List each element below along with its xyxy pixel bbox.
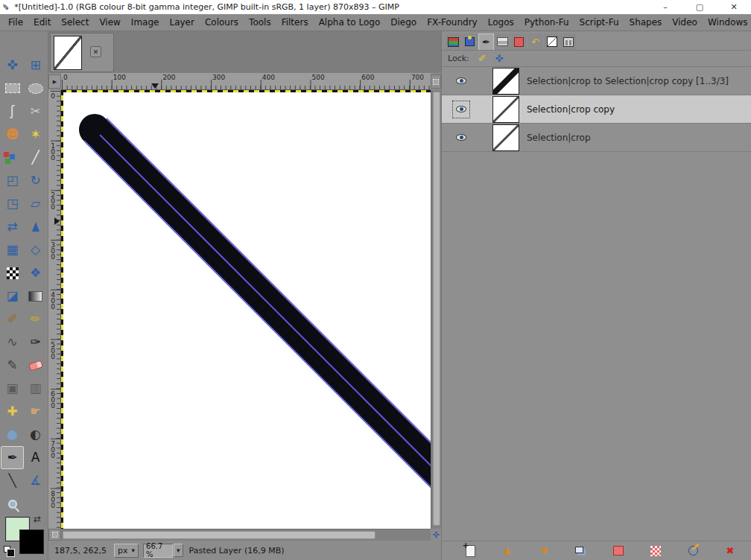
- tool-heal[interactable]: ✚: [1, 400, 24, 423]
- menu-layer[interactable]: Layer: [164, 17, 199, 28]
- menu-edit[interactable]: Edit: [28, 17, 56, 28]
- button-new-path[interactable]: [461, 544, 479, 559]
- menu-windows[interactable]: Windows: [703, 17, 751, 28]
- tool-rectangle-select[interactable]: [1, 77, 24, 100]
- menu-image[interactable]: Image: [126, 17, 165, 28]
- tool-perspective-clone[interactable]: ▥: [24, 377, 47, 400]
- default-colors-button[interactable]: [4, 546, 10, 553]
- visibility-toggle[interactable]: [452, 129, 470, 147]
- tool-blur-sharpen[interactable]: ●: [1, 423, 24, 446]
- tool-eraser[interactable]: [24, 354, 47, 377]
- navigation-button[interactable]: ✜: [431, 529, 441, 541]
- menu-tools[interactable]: Tools: [244, 17, 276, 28]
- tool-ink[interactable]: ✑: [24, 331, 47, 354]
- menu-file[interactable]: File: [3, 17, 28, 28]
- menu-alpha-to-logo[interactable]: Alpha to Logo: [314, 17, 386, 28]
- tool-select-by-color[interactable]: [1, 146, 24, 169]
- tool-pencil[interactable]: ✏: [24, 308, 47, 331]
- tool-shear[interactable]: ▱: [24, 192, 47, 215]
- menu-script-fu[interactable]: Script-Fu: [574, 17, 624, 28]
- path-row[interactable]: Selection|crop: [442, 124, 751, 152]
- tool-cage-transform[interactable]: ◇: [24, 238, 47, 261]
- dock-tab-paths[interactable]: ✒: [478, 34, 494, 50]
- tool-gradient[interactable]: [24, 284, 47, 308]
- tool-bucket-fill[interactable]: ◪: [1, 284, 24, 308]
- dock-tab-layers-alt[interactable]: [495, 34, 510, 50]
- tool-dodge-burn[interactable]: ◐: [24, 423, 47, 446]
- tool-warp-transform[interactable]: [1, 261, 24, 284]
- zoom-level-input[interactable]: 66.7 %: [143, 544, 173, 558]
- tool-free-select[interactable]: ʃ: [1, 100, 24, 123]
- tool-move[interactable]: ✜: [1, 54, 24, 77]
- maximize-button[interactable]: ▢: [682, 0, 717, 14]
- menu-colours[interactable]: Colours: [200, 17, 244, 28]
- vertical-scrollbar-thumb[interactable]: [433, 92, 440, 526]
- tool-paths[interactable]: ✒: [1, 446, 24, 469]
- visibility-toggle[interactable]: [452, 72, 470, 90]
- image-tab[interactable]: ✕: [50, 33, 114, 72]
- tool-mypaint-brush[interactable]: ✎: [1, 354, 24, 377]
- tool-smudge[interactable]: ☛: [24, 400, 47, 423]
- menu-diego[interactable]: Diego: [385, 17, 422, 28]
- menu-filters[interactable]: Filters: [276, 17, 314, 28]
- tool-transform-3d[interactable]: ▦: [1, 238, 24, 261]
- dock-tab-image-thumb[interactable]: [544, 34, 560, 50]
- lock-position-button[interactable]: ✜: [495, 53, 504, 64]
- tool-rotate[interactable]: ↻: [24, 169, 47, 192]
- horizontal-scrollbar-thumb[interactable]: [63, 531, 376, 539]
- vertical-ruler[interactable]: 0100200300400500600700800: [48, 90, 61, 529]
- zoom-follow-window-button[interactable]: [431, 74, 441, 89]
- horizontal-ruler[interactable]: 0100200300400500600700: [61, 73, 431, 90]
- minimize-button[interactable]: –: [648, 0, 682, 14]
- button-raise-path[interactable]: ▲: [498, 544, 516, 559]
- dock-tab-dialog[interactable]: [560, 34, 576, 50]
- tool-scissors-select[interactable]: ✂: [24, 100, 47, 123]
- dock-tab-selection[interactable]: [511, 34, 527, 50]
- tool-airbrush[interactable]: ∿: [1, 331, 24, 354]
- tool-ellipse-select[interactable]: [24, 77, 47, 100]
- canvas[interactable]: [61, 90, 431, 529]
- menu-fx-foundry[interactable]: FX-Foundry: [422, 17, 483, 28]
- quick-mask-button[interactable]: [48, 529, 61, 541]
- button-lower-path[interactable]: ▼: [536, 544, 554, 559]
- tool-clone[interactable]: ▣: [1, 377, 24, 400]
- path-row[interactable]: Selection|crop copy: [442, 95, 751, 124]
- menu-python-fu[interactable]: Python-Fu: [519, 17, 574, 28]
- dock-tab-layers[interactable]: [446, 34, 461, 50]
- tool-zoom[interactable]: [1, 492, 24, 515]
- menu-view[interactable]: View: [94, 17, 125, 28]
- tool-fuzzy-select[interactable]: ✶: [24, 123, 47, 146]
- tool-unified-transform[interactable]: ◰: [1, 169, 24, 192]
- zoom-select-arrow[interactable]: ▾: [174, 544, 183, 557]
- tool-text[interactable]: A: [24, 446, 47, 469]
- vertical-scrollbar[interactable]: [431, 90, 441, 529]
- button-delete-path[interactable]: ✖: [721, 544, 739, 559]
- swap-colors-button[interactable]: ⇄: [34, 514, 41, 524]
- button-duplicate-path[interactable]: [573, 544, 591, 559]
- tool-paintbrush[interactable]: ✐: [1, 308, 24, 331]
- lock-strokes-button[interactable]: ✐: [478, 53, 487, 64]
- unit-select[interactable]: px ▾: [114, 544, 139, 558]
- tool-crop[interactable]: ╱: [24, 146, 47, 169]
- tool-measure[interactable]: ∡: [24, 469, 47, 492]
- dock-tab-channels[interactable]: [462, 34, 478, 50]
- horizontal-scrollbar[interactable]: [61, 529, 431, 541]
- close-button[interactable]: ✕: [717, 0, 751, 14]
- menu-logos[interactable]: Logos: [483, 17, 519, 28]
- dock-tab-undo-history[interactable]: ↶: [527, 34, 543, 50]
- path-row[interactable]: Selection|crop to Selection|crop copy [1…: [442, 67, 751, 95]
- visibility-toggle[interactable]: [452, 101, 470, 118]
- button-selection-to-path[interactable]: [647, 544, 665, 559]
- tool-perspective[interactable]: [24, 215, 47, 238]
- tool-n-point-deformation[interactable]: ❖: [24, 261, 47, 284]
- button-stroke-path[interactable]: [684, 544, 702, 559]
- tool-scale[interactable]: ◳: [1, 192, 24, 215]
- menu-video[interactable]: Video: [667, 17, 703, 28]
- tool-color-picker[interactable]: ╲: [1, 469, 24, 492]
- image-tab-close-button[interactable]: ✕: [90, 46, 101, 57]
- tool-foreground-select[interactable]: ☻: [1, 123, 24, 146]
- menu-select[interactable]: Select: [56, 17, 94, 28]
- menu-shapes[interactable]: Shapes: [624, 17, 668, 28]
- background-swatch[interactable]: [19, 529, 44, 554]
- button-path-to-selection[interactable]: [609, 544, 627, 559]
